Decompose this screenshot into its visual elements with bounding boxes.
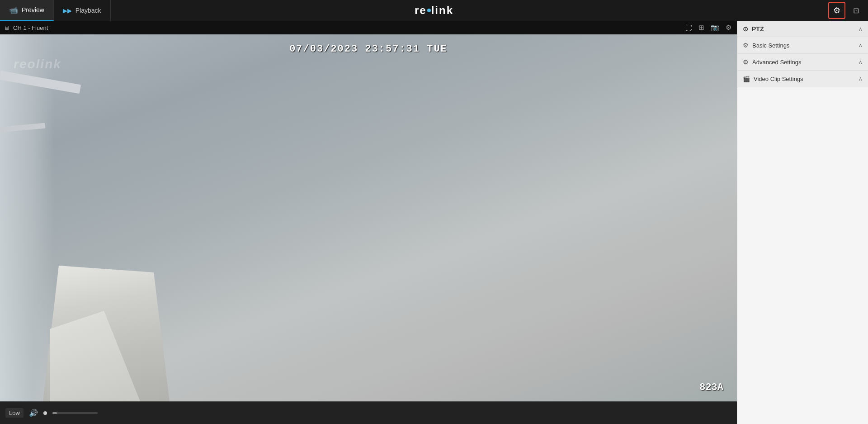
basic-settings-chevron[interactable]: ∧ xyxy=(859,42,863,48)
basic-settings-header[interactable]: ⚙ Basic Settings ∧ xyxy=(737,37,868,53)
section-basic-settings: ⚙ Basic Settings ∧ xyxy=(737,37,868,54)
video-cam-id: 823A xyxy=(699,382,723,393)
advanced-settings-header[interactable]: ⚙ Advanced Settings ∧ xyxy=(737,54,868,70)
video-controls: ⛶ ⊞ 📷 ⚙ xyxy=(684,23,733,33)
sidebar: ⊙ PTZ ∧ ⚙ Basic Settings ∧ ⚙ Advanced Se… xyxy=(737,21,868,424)
video-settings-button[interactable]: ⚙ xyxy=(724,23,733,33)
video-topbar: 🖥 CH 1 - Fluent ⛶ ⊞ 📷 ⚙ xyxy=(0,21,737,34)
video-clip-settings-label: Video Clip Settings xyxy=(754,76,803,82)
snapshot-button[interactable]: 📷 xyxy=(709,23,721,33)
nav-tabs: 📹 Preview ▶▶ Playback xyxy=(0,0,111,21)
volume-icon: 🔊 xyxy=(29,409,38,417)
advanced-settings-title: ⚙ Advanced Settings xyxy=(743,58,801,66)
video-clip-settings-header[interactable]: 🎬 Video Clip Settings ∧ xyxy=(737,71,868,87)
grid-button[interactable]: ⊞ xyxy=(697,23,706,33)
video-timestamp: 07/03/2023 23:57:31 TUE xyxy=(289,43,448,55)
channel-label: CH 1 - Fluent xyxy=(13,24,48,31)
video-area: 🖥 CH 1 - Fluent ⛶ ⊞ 📷 ⚙ reolink 07/03/20… xyxy=(0,21,737,424)
sidebar-title-label: PTZ xyxy=(752,25,764,33)
logo-text: relink xyxy=(415,4,453,16)
basic-settings-label: Basic Settings xyxy=(752,42,789,49)
tab-preview[interactable]: 📹 Preview xyxy=(0,0,54,21)
exit-icon: ⊡ xyxy=(853,6,859,15)
channel-icon: 🖥 xyxy=(4,24,9,31)
ptz-icon: ⊙ xyxy=(743,25,748,33)
ptz-collapse-chevron[interactable]: ∧ xyxy=(859,26,863,32)
tab-playback[interactable]: ▶▶ Playback xyxy=(54,0,111,21)
bottom-bar: Low 🔊 xyxy=(0,401,737,424)
sidebar-title: ⊙ PTZ xyxy=(743,25,764,33)
aspect-ratio-button[interactable]: ⛶ xyxy=(684,23,694,33)
exit-button[interactable]: ⊡ xyxy=(847,2,864,19)
app-logo: relink xyxy=(415,4,453,17)
section-video-clip-settings: 🎬 Video Clip Settings ∧ xyxy=(737,71,868,87)
video-watermark: reolink xyxy=(14,57,61,71)
playback-icon: ▶▶ xyxy=(63,7,72,14)
video-clip-settings-title: 🎬 Video Clip Settings xyxy=(743,76,803,82)
monitor-icon: 📹 xyxy=(9,6,18,14)
volume-dot xyxy=(43,411,47,415)
quality-label[interactable]: Low xyxy=(5,408,24,418)
video-clip-settings-chevron[interactable]: ∧ xyxy=(859,76,863,82)
gear-icon: ⚙ xyxy=(833,5,840,15)
video-frame: reolink 07/03/2023 23:57:31 TUE 823A xyxy=(0,34,737,401)
topbar: 📹 Preview ▶▶ Playback relink ⚙ ⊡ xyxy=(0,0,868,21)
advanced-settings-label: Advanced Settings xyxy=(752,59,801,66)
settings-button[interactable]: ⚙ xyxy=(828,2,845,19)
advanced-settings-chevron[interactable]: ∧ xyxy=(859,59,863,65)
tab-preview-label: Preview xyxy=(22,6,44,14)
sidebar-body xyxy=(737,87,868,424)
basic-settings-icon: ⚙ xyxy=(743,42,749,49)
topbar-actions: ⚙ ⊡ xyxy=(828,2,868,19)
tab-playback-label: Playback xyxy=(75,7,101,14)
sidebar-header: ⊙ PTZ ∧ xyxy=(737,21,868,37)
video-background xyxy=(0,34,737,401)
advanced-settings-icon: ⚙ xyxy=(743,58,749,66)
wall-element xyxy=(0,34,54,401)
video-clip-settings-icon: 🎬 xyxy=(743,76,750,82)
volume-fill xyxy=(52,412,57,414)
basic-settings-title: ⚙ Basic Settings xyxy=(743,42,789,49)
main-content: 🖥 CH 1 - Fluent ⛶ ⊞ 📷 ⚙ reolink 07/03/20… xyxy=(0,21,868,424)
volume-slider[interactable] xyxy=(52,412,98,414)
section-advanced-settings: ⚙ Advanced Settings ∧ xyxy=(737,54,868,71)
